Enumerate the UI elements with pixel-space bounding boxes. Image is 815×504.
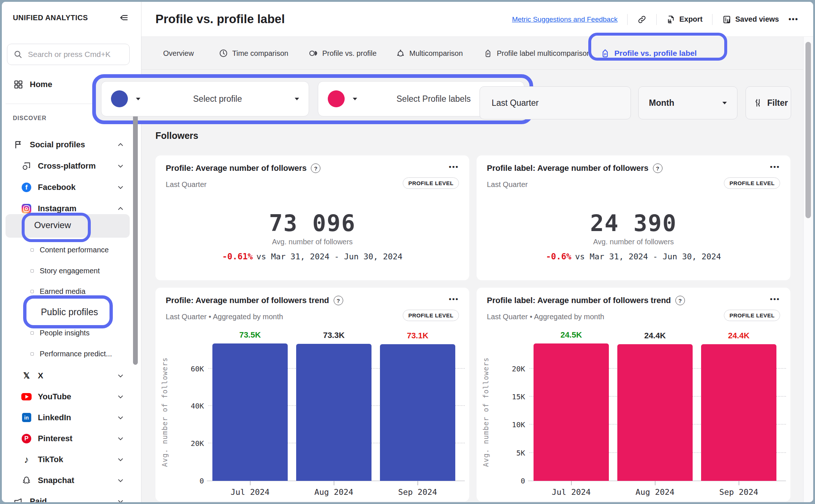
x-logo-icon: 𝕏 xyxy=(21,371,32,381)
aggregation-value: Month xyxy=(649,98,674,108)
sidebar-item-cross-platform[interactable]: Cross-platform xyxy=(2,155,141,176)
bar[interactable] xyxy=(296,344,371,481)
chevron-down-icon[interactable] xyxy=(116,183,125,191)
sidebar-item-snapchat[interactable]: Snapchat xyxy=(2,470,141,491)
chevron-down-icon[interactable] xyxy=(116,456,125,464)
bar[interactable] xyxy=(701,344,776,481)
y-tick-label: 0 xyxy=(494,476,525,485)
caret-down-icon xyxy=(295,98,299,100)
main-scrollbar-track[interactable] xyxy=(803,37,813,502)
kpi-delta: -0.6% xyxy=(546,252,571,261)
sidebar-item-people-insights[interactable]: People insights xyxy=(2,323,141,343)
select-profile-dropdown[interactable]: Select profile xyxy=(101,81,309,116)
label-tag-icon: P xyxy=(483,48,493,58)
chevron-down-icon[interactable] xyxy=(116,393,125,401)
y-axis-title: Avg. number of followers xyxy=(160,343,169,481)
sidebar-item-youtube[interactable]: YouTube xyxy=(2,386,141,407)
chevron-down-icon[interactable] xyxy=(116,497,125,503)
sidebar-item-label: Cross-platform xyxy=(38,161,96,171)
bar-value-label: 73.5K xyxy=(239,330,261,340)
bar-value-label: 73.1K xyxy=(407,331,428,341)
tab-profile-vs-profile-label-active[interactable]: P Profile vs. profile label xyxy=(600,37,697,70)
x-axis-tick xyxy=(417,481,418,485)
card-menu-button[interactable]: ••• xyxy=(449,163,459,171)
pinterest-icon: P xyxy=(21,434,32,443)
bullet-icon xyxy=(30,269,34,273)
header-more-button[interactable]: ••• xyxy=(789,15,798,24)
tab-time-comparison[interactable]: Time comparison xyxy=(219,37,288,70)
kpi-card-profile-label-followers: Profile label: Average number of followe… xyxy=(477,155,790,280)
search-icon xyxy=(13,50,23,59)
sidebar-item-performance-prediction[interactable]: Performance predict... xyxy=(2,343,141,364)
aggregation-dropdown[interactable]: Month xyxy=(638,86,737,119)
sidebar-item-linkedin[interactable]: in LinkedIn xyxy=(2,407,141,428)
tab-label: Multicomparison xyxy=(409,49,463,58)
copy-link-button[interactable] xyxy=(637,15,647,24)
sidebar-item-story-engagement[interactable]: Story engagement xyxy=(2,260,141,281)
sidebar-item-facebook[interactable]: f Facebook xyxy=(2,177,141,198)
select-profile-placeholder: Select profile xyxy=(140,94,295,104)
sidebar-scrollbar-thumb[interactable] xyxy=(133,106,138,365)
saved-views-button[interactable]: Saved views xyxy=(722,15,779,24)
sidebar-item-x[interactable]: 𝕏 X xyxy=(2,365,141,386)
sidebar-section-label: DISCOVER xyxy=(13,115,47,122)
tab-profile-label-multicomparison[interactable]: P Profile label multicomparison xyxy=(483,37,589,70)
bar[interactable] xyxy=(534,343,609,481)
chevron-down-icon[interactable] xyxy=(116,162,125,170)
search-input[interactable]: Search or press Cmd+K xyxy=(7,44,130,65)
bar[interactable] xyxy=(617,344,693,481)
metric-suggestions-link[interactable]: Metric Suggestions and Feedback xyxy=(512,15,617,24)
chevron-down-icon[interactable] xyxy=(116,414,125,422)
kpi-compare: vs Mar 31, 2024 - Jun 30, 2024 xyxy=(256,252,402,261)
main-scrollbar-thumb[interactable] xyxy=(805,42,811,218)
sidebar-item-label: TikTok xyxy=(38,455,63,464)
date-range-dropdown[interactable]: Last Quarter xyxy=(480,86,631,119)
sidebar-item-label: Instagram xyxy=(38,204,76,213)
profile-level-badge: PROFILE LEVEL xyxy=(403,177,459,189)
x-axis-tick xyxy=(334,481,334,485)
sidebar-item-social-profiles[interactable]: Social profiles xyxy=(2,134,141,155)
header-actions: Metric Suggestions and Feedback Export xyxy=(512,2,798,37)
saved-views-label: Saved views xyxy=(735,15,779,24)
clock-icon xyxy=(219,48,228,58)
sidebar-item-label: Facebook xyxy=(38,183,76,192)
y-tick-label: 20K xyxy=(494,364,525,373)
card-menu-button[interactable]: ••• xyxy=(770,163,780,171)
cross-platform-icon xyxy=(21,161,32,171)
tab-multicomparison[interactable]: Multicomparison xyxy=(396,37,463,70)
chevron-down-icon[interactable] xyxy=(116,435,125,443)
help-icon[interactable]: ? xyxy=(653,163,663,173)
label-color-swatch[interactable] xyxy=(328,90,345,107)
bar-value-label: 24.4K xyxy=(644,331,666,341)
profile-color-swatch[interactable] xyxy=(111,90,128,107)
chevron-down-icon[interactable] xyxy=(116,372,125,380)
export-button[interactable]: Export xyxy=(666,15,703,24)
plot-area: Avg. number of followers 020K40K60K73.5K… xyxy=(211,343,459,481)
bar[interactable] xyxy=(212,343,288,481)
collapse-sidebar-button[interactable] xyxy=(118,12,129,23)
tab-label: Profile vs. profile xyxy=(322,49,377,58)
sidebar-item-pinterest[interactable]: P Pinterest xyxy=(2,428,141,449)
kpi-value: 73 096 xyxy=(155,210,469,237)
sidebar-item-public-profiles[interactable]: Public profiles xyxy=(29,299,110,325)
sidebar-item-paid[interactable]: Paid xyxy=(2,491,141,502)
header-divider xyxy=(656,14,657,25)
sidebar-item-overview-selected[interactable]: Overview xyxy=(6,214,130,238)
chevron-up-icon[interactable] xyxy=(116,141,125,149)
sidebar-item-label: People insights xyxy=(40,329,90,337)
help-icon[interactable]: ? xyxy=(311,163,320,173)
chevron-down-icon[interactable] xyxy=(116,476,125,485)
section-title: Followers xyxy=(155,130,198,141)
kpi-delta-row: -0.6%vs Mar 31, 2024 - Jun 30, 2024 xyxy=(477,252,790,261)
x-axis-tick xyxy=(655,481,656,485)
tab-profile-vs-profile[interactable]: Profile vs. profile xyxy=(309,37,377,70)
bar[interactable] xyxy=(380,344,455,481)
sidebar-item-tiktok[interactable]: ♪ TikTok xyxy=(2,449,141,470)
sidebar-item-label: Paid xyxy=(30,497,47,503)
filter-button[interactable]: Filter xyxy=(746,86,791,119)
x-tick-label: Sep 2024 xyxy=(719,487,758,497)
tab-overview[interactable]: Overview xyxy=(159,37,194,70)
sidebar-item-label: Social profiles xyxy=(30,140,85,150)
chevron-up-icon[interactable] xyxy=(116,205,125,213)
sidebar-item-content-performance[interactable]: Content performance xyxy=(2,240,141,260)
